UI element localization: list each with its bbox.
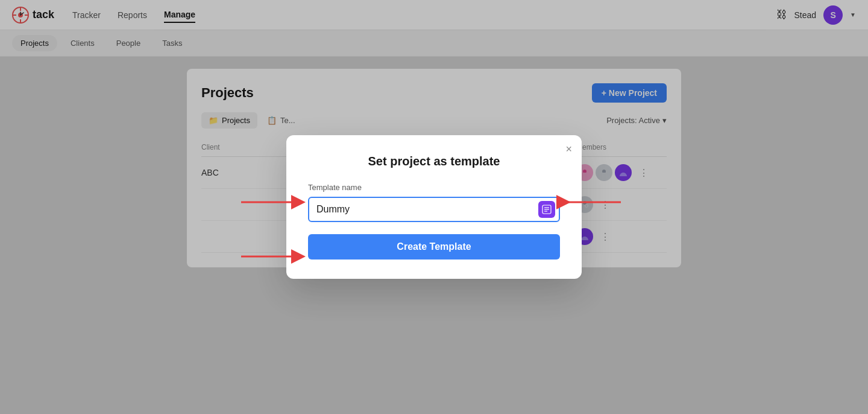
modal-close-button[interactable]: × <box>565 144 572 154</box>
set-template-modal: × Set project as template Template name … <box>286 135 582 279</box>
template-name-label: Template name <box>308 183 560 192</box>
create-template-button[interactable]: Create Template <box>308 234 560 260</box>
template-name-input-wrapper <box>308 197 560 222</box>
list-icon <box>542 205 552 214</box>
template-name-input[interactable] <box>308 197 560 222</box>
modal-title: Set project as template <box>308 154 560 168</box>
template-icon-button[interactable] <box>538 201 555 218</box>
